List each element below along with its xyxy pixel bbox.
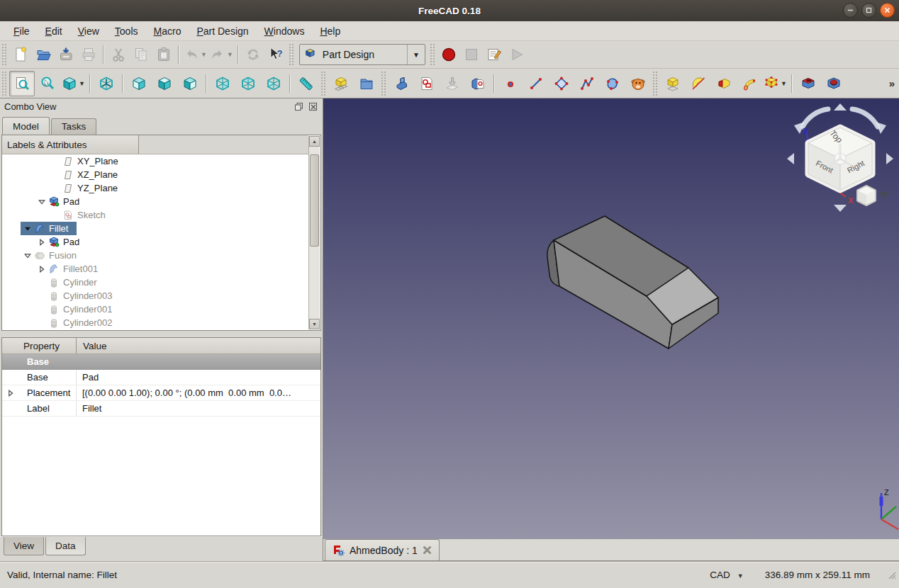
menu-macro[interactable]: Macro	[146, 23, 189, 40]
create-group-button[interactable]	[354, 71, 379, 96]
tree-item-yz_plane[interactable]: YZ_Plane	[2, 181, 308, 195]
nav-arrow-down-icon[interactable]	[834, 205, 847, 212]
pocket-button[interactable]	[795, 71, 821, 96]
chevron-down-icon[interactable]: ▼	[227, 51, 233, 58]
macro-record-button[interactable]	[437, 43, 460, 66]
toolbar-handle[interactable]	[381, 71, 387, 96]
map-sketch-button[interactable]	[440, 71, 465, 96]
tree-item-pad[interactable]: Pad	[2, 195, 308, 208]
expander-open-icon[interactable]	[21, 252, 35, 259]
property-value[interactable]: [(0.00 0.00 1.00); 0.00 °; (0.00 mm 0.00…	[77, 388, 320, 398]
save-button[interactable]	[55, 43, 77, 66]
property-row-label[interactable]: LabelFillet	[2, 401, 320, 417]
copy-button[interactable]	[130, 43, 152, 66]
view-front-button[interactable]	[126, 71, 152, 96]
tree-item-xz_plane[interactable]: XZ_Plane	[2, 168, 308, 181]
sketch-point-button[interactable]	[498, 71, 523, 96]
maximize-button[interactable]	[861, 3, 876, 18]
tree-item-cylinder001[interactable]: Cylinder001	[2, 303, 308, 316]
macro-play-button[interactable]	[506, 43, 528, 66]
view-bottom-button[interactable]	[235, 71, 261, 96]
chevron-down-icon[interactable]: ▼	[201, 51, 207, 58]
tree-item-fusion[interactable]: Fusion	[2, 249, 308, 262]
sketch-rectangle-button[interactable]	[549, 71, 574, 96]
expander-closed-icon[interactable]	[2, 390, 19, 397]
tree-item-cylinder003[interactable]: Cylinder003	[2, 289, 308, 303]
menu-part-design[interactable]: Part Design	[189, 23, 256, 40]
hole-button[interactable]	[821, 71, 847, 96]
close-panel-icon[interactable]	[308, 101, 318, 112]
nav-arrow-up-icon[interactable]	[834, 103, 847, 111]
nav-arrow-left-icon[interactable]	[787, 153, 794, 164]
nav-rotate-right-icon[interactable]	[852, 109, 878, 127]
menu-edit[interactable]: Edit	[38, 23, 70, 40]
toolbar-overflow-button[interactable]: »	[889, 77, 895, 89]
tab-model[interactable]: Model	[2, 117, 50, 135]
scrollbar-thumb[interactable]	[310, 154, 319, 247]
value-column-header[interactable]: Value	[77, 338, 320, 354]
minimize-button[interactable]	[843, 3, 858, 18]
property-value[interactable]: Pad	[77, 372, 320, 383]
additive-primitive-button[interactable]: ▼	[762, 71, 788, 96]
paste-button[interactable]	[152, 43, 175, 66]
macro-edit-button[interactable]	[483, 43, 506, 66]
nav-menu-chevron-icon[interactable]	[879, 192, 889, 198]
tree-item-cylinder002[interactable]: Cylinder002	[2, 316, 308, 329]
workbench-selector[interactable]: Part Design ▼	[299, 44, 425, 65]
property-column-header[interactable]: Property	[2, 338, 77, 354]
view-axonometric-button[interactable]	[94, 71, 119, 96]
tab-data[interactable]: Data	[45, 537, 86, 555]
measure-distance-button[interactable]	[294, 71, 319, 96]
open-folder-button[interactable]	[32, 43, 55, 66]
chevron-down-icon[interactable]: ▼	[79, 80, 85, 87]
view-top-button[interactable]	[152, 71, 177, 96]
tree-item-fillet[interactable]: Fillet	[2, 222, 308, 235]
tree-item-pad[interactable]: Pad	[2, 235, 308, 249]
toolbar-handle[interactable]	[1, 71, 8, 96]
create-sketch-button[interactable]	[414, 71, 440, 96]
expander-closed-icon[interactable]	[35, 239, 49, 246]
expander-open-icon[interactable]	[35, 198, 49, 205]
nav-rotate-left-icon[interactable]	[803, 109, 828, 127]
property-row-placement[interactable]: Placement[(0.00 0.00 1.00); 0.00 °; (0.0…	[2, 385, 320, 401]
toolbar-handle[interactable]	[652, 71, 659, 96]
toolbar-handle[interactable]	[1, 43, 8, 66]
refresh-button[interactable]	[242, 43, 264, 66]
carbon-copy-button[interactable]	[625, 71, 651, 96]
chevron-down-icon[interactable]: ▼	[407, 45, 425, 64]
tab-view[interactable]: View	[4, 537, 44, 555]
chevron-down-icon[interactable]: ▼	[737, 572, 744, 579]
tab-tasks[interactable]: Tasks	[51, 118, 97, 135]
toolbar-handle[interactable]	[289, 43, 295, 66]
expander-closed-icon[interactable]	[35, 266, 49, 273]
menu-view[interactable]: View	[70, 23, 107, 40]
toolbar-handle[interactable]	[320, 71, 327, 96]
sketch-bspline-button[interactable]	[600, 71, 625, 96]
menu-file[interactable]: File	[6, 23, 38, 40]
menu-windows[interactable]: Windows	[257, 23, 313, 40]
pad-button[interactable]	[660, 71, 686, 96]
close-tab-icon[interactable]	[423, 545, 432, 555]
view-isometric-button[interactable]: ▼	[60, 71, 86, 96]
document-tab[interactable]: AhmedBody : 1	[325, 539, 440, 560]
nav-mini-cube-button[interactable]	[858, 186, 875, 205]
navigation-cube[interactable]: Top Front Right Z X	[787, 103, 893, 212]
new-file-button[interactable]	[9, 43, 32, 66]
tree-column-header[interactable]: Labels & Attributes	[2, 135, 139, 154]
view-rear-button[interactable]	[210, 71, 235, 96]
revolution-button[interactable]	[686, 71, 711, 96]
redo-button[interactable]: ▼	[208, 43, 235, 66]
tree-item-fillet001[interactable]: Fillet001	[2, 262, 308, 276]
toolbar-handle[interactable]	[430, 43, 436, 66]
nav-style-selector[interactable]: CAD	[710, 570, 730, 580]
zoom-selection-button[interactable]	[35, 71, 60, 96]
float-panel-icon[interactable]	[294, 101, 304, 112]
create-part-button[interactable]	[328, 71, 354, 96]
tree-scrollbar[interactable]: ▲ ▼	[308, 136, 320, 329]
property-row-base[interactable]: BasePad	[2, 370, 320, 385]
create-body-button[interactable]	[389, 71, 414, 96]
tree-item-sketch[interactable]: Sketch	[2, 208, 308, 222]
scroll-down-icon[interactable]: ▼	[309, 319, 320, 329]
close-button[interactable]	[880, 3, 895, 18]
scroll-up-icon[interactable]: ▲	[309, 136, 320, 147]
